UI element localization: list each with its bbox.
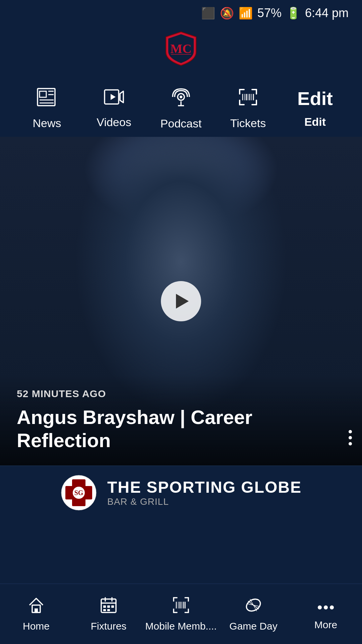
nav-gameday[interactable]: Game Day [217,596,290,632]
ad-content: SG THE SPORTING GLOBE BAR & GRILL [47,474,315,511]
quick-link-podcast-label: Podcast [161,117,202,130]
svg-text:SG: SG [74,489,83,496]
ellipsis-icon [317,598,335,615]
quick-link-videos[interactable]: Videos [80,89,147,129]
podcast-icon [171,87,191,110]
ad-name: THE SPORTING GLOBE [107,478,302,496]
nav-membership-label: Mobile Memb.... [145,621,217,632]
mute-icon: 🔕 [220,6,234,20]
ad-logo: SG [60,474,97,511]
svg-rect-36 [103,609,106,611]
club-logo: MC [164,30,198,67]
play-icon [176,294,189,309]
ad-sub: BAR & GRILL [107,496,302,507]
battery-percent: 57% [257,6,282,20]
barcode-icon [238,88,258,109]
svg-text:MC: MC [170,42,191,56]
football-icon [245,596,262,616]
hero-timestamp: 52 MINUTES AGO [17,388,345,399]
status-icons: ⬛ 🔕 📶 57% 🔋 6:44 pm [201,6,349,20]
ad-banner[interactable]: SG THE SPORTING GLOBE BAR & GRILL [0,466,362,519]
svg-point-49 [324,605,328,609]
battery-saving-icon: ⬛ [201,6,215,20]
nav-more[interactable]: More [290,598,362,631]
hero-overlay: 52 MINUTES AGO Angus Brayshaw | Career R… [0,375,362,466]
bottom-nav: Home Fixtures [0,584,362,644]
quick-link-edit[interactable]: Edit Edit [282,89,349,128]
svg-point-48 [318,605,322,609]
hero-more-button[interactable] [349,430,352,445]
time-display: 6:44 pm [305,6,349,20]
svg-point-50 [330,605,334,609]
dot-3 [349,442,352,445]
home-icon [27,596,45,616]
svg-rect-3 [40,91,46,97]
battery-icon: 🔋 [286,6,300,20]
svg-rect-37 [107,609,110,611]
membership-barcode-icon [172,596,190,616]
hero-video-section[interactable]: 52 MINUTES AGO Angus Brayshaw | Career R… [0,137,362,466]
svg-rect-35 [111,605,114,608]
play-button[interactable] [161,281,201,321]
quick-link-edit-label: Edit [304,115,326,128]
quick-link-podcast[interactable]: Podcast [147,87,215,130]
status-bar: ⬛ 🔕 📶 57% 🔋 6:44 pm [0,0,362,23]
dot-1 [349,430,352,433]
nav-fixtures[interactable]: Fixtures [72,596,145,632]
svg-rect-28 [35,608,38,612]
video-icon [104,89,124,108]
svg-marker-9 [120,91,123,103]
app-header: MC [0,23,362,77]
nav-membership[interactable]: Mobile Memb.... [145,596,217,632]
calendar-icon [100,596,117,616]
svg-point-12 [180,96,182,98]
svg-marker-10 [111,94,116,100]
dot-2 [349,436,352,439]
quick-link-tickets[interactable]: Tickets [215,88,282,130]
ad-text-container: THE SPORTING GLOBE BAR & GRILL [107,478,302,507]
hero-title: Angus Brayshaw | Career Reflection [17,406,345,452]
quick-link-tickets-label: Tickets [230,117,266,130]
nav-home-label: Home [23,621,50,632]
edit-icon: Edit [297,89,333,108]
svg-rect-33 [103,605,106,608]
quick-links-row: News Videos Podcast [0,77,362,137]
news-icon [37,88,57,109]
quick-link-videos-label: Videos [97,116,131,129]
quick-link-news[interactable]: News [13,88,80,130]
nav-more-label: More [314,619,337,631]
svg-line-47 [247,604,259,606]
svg-rect-34 [107,605,110,608]
quick-link-news-label: News [33,117,61,130]
nav-gameday-label: Game Day [229,621,277,632]
nav-fixtures-label: Fixtures [91,621,127,632]
nav-home[interactable]: Home [0,596,72,632]
wifi-icon: 📶 [239,6,253,20]
